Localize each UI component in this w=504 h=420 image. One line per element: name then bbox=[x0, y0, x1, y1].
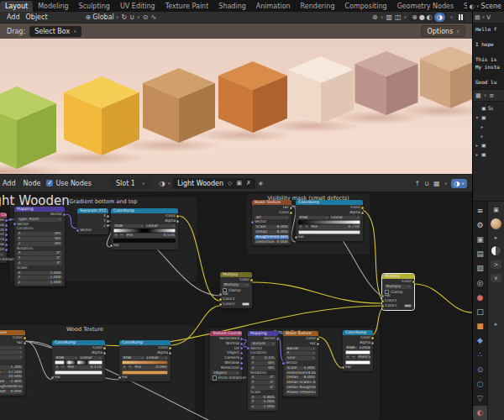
dropdown-rgb[interactable]: RGB∨ bbox=[55, 356, 78, 360]
workspace-tab-uv-editing[interactable]: UV Editing bbox=[115, 1, 160, 12]
outliner-row-4[interactable]: ▸▣ bbox=[473, 140, 504, 150]
field-distortion[interactable]: Distortion0.000 bbox=[255, 240, 289, 244]
dropdown-linear[interactable]: Linear∨ bbox=[145, 356, 168, 360]
field-scale[interactable]: Scale8.000 bbox=[255, 225, 289, 229]
dropdown-x[interactable]: X∨ bbox=[0, 350, 23, 354]
node-header-mapping-defects[interactable]: Mapping bbox=[248, 331, 278, 336]
socket-input[interactable] bbox=[13, 223, 16, 225]
socket-input[interactable] bbox=[381, 300, 384, 302]
field-pos[interactable]: Pos0.570 bbox=[125, 234, 176, 238]
use-nodes-checkbox[interactable]: ✓ Use Nodes bbox=[46, 180, 92, 187]
add-stop-button[interactable]: + bbox=[113, 234, 118, 238]
checkbox-clamp[interactable]: Clamp bbox=[385, 290, 412, 294]
properties-tab-modifiers-icon[interactable]: ◆ bbox=[473, 333, 487, 348]
node-header-colorramp-defects[interactable]: ColorRamp bbox=[343, 330, 373, 335]
field-scale[interactable]: Scale5.000 bbox=[286, 366, 316, 370]
shader-node-editor[interactable]: Light Wooden Gradient bottom and topVisi… bbox=[0, 192, 472, 420]
panel-collapse-button[interactable]: ∨ bbox=[491, 274, 501, 282]
field-z[interactable]: Z1.000 bbox=[17, 281, 62, 285]
dropdown-bands[interactable]: Bands∨ bbox=[0, 346, 23, 350]
workspace-tab-geometry-nodes[interactable]: Geometry Nodes bbox=[392, 1, 459, 12]
field-x[interactable]: X0.1m bbox=[250, 356, 276, 360]
dropdown-rgb[interactable]: RGB∨ bbox=[113, 224, 144, 228]
field-x[interactable]: X0° bbox=[250, 375, 276, 380]
node-mapping-gradient[interactable]: MappingVectorType: Point∨VectorLocation:… bbox=[14, 207, 65, 286]
field-scale[interactable]: Scale1.300 bbox=[0, 365, 23, 370]
node-separate-xyz[interactable]: Separate XYZXYZVector bbox=[77, 208, 108, 234]
contrast-sphere-icon[interactable] bbox=[491, 246, 501, 255]
socket-input[interactable] bbox=[381, 295, 384, 297]
field-x[interactable]: X0m bbox=[17, 232, 62, 236]
transform-orientation-dropdown[interactable]: ⊕ Global ∨ bbox=[86, 13, 119, 21]
dropdown-sine[interactable]: Sine∨ bbox=[0, 355, 23, 360]
field-phase-offset[interactable]: Phase Offset0.000 bbox=[286, 391, 316, 395]
socket-input[interactable] bbox=[282, 362, 285, 365]
dropdown-sine[interactable]: Sine∨ bbox=[286, 356, 316, 360]
field-pos[interactable]: Pos0.040 bbox=[134, 365, 168, 370]
text-datablock-icon[interactable]: ▤ bbox=[475, 14, 480, 21]
shading-mode-icon-0[interactable]: ⊕ bbox=[412, 13, 417, 21]
workspace-tab-layout[interactable]: Layout bbox=[0, 1, 33, 12]
overlays-icon[interactable]: ▦ bbox=[433, 180, 440, 187]
properties-tab-physics-icon[interactable]: ⊙ bbox=[473, 362, 487, 376]
add-stop-button[interactable]: + bbox=[122, 365, 127, 370]
field-pos[interactable]: Pos0.500 bbox=[357, 355, 370, 360]
color-swatch[interactable] bbox=[242, 302, 249, 306]
copy-icon[interactable]: ▣ bbox=[236, 180, 242, 186]
field-y[interactable]: Y0° bbox=[250, 381, 276, 385]
expand-arrow-icon[interactable]: ▸ bbox=[480, 134, 485, 139]
render-pass-icon[interactable]: ⊛ bbox=[372, 13, 378, 21]
dropdown-object[interactable]: Object:∨ bbox=[0, 253, 4, 257]
field-pos[interactable]: Pos0.770 bbox=[310, 225, 360, 229]
pause-button[interactable] bbox=[456, 13, 466, 22]
panel-expand-arrow-icon[interactable]: ▸ bbox=[495, 321, 498, 328]
workspace-tab-sculpting[interactable]: Sculpting bbox=[74, 1, 115, 12]
node-header-multiply-2[interactable]: Multiply bbox=[382, 274, 414, 279]
socket-input[interactable] bbox=[251, 221, 254, 223]
dropdown-3d[interactable]: 3D∨ bbox=[255, 216, 289, 220]
panel-expand-arrow-icon[interactable]: ▸ bbox=[495, 234, 498, 241]
remove-stop-button[interactable]: − bbox=[351, 355, 356, 360]
properties-tab-scene-icon[interactable]: ◎ bbox=[473, 276, 487, 290]
dropdown-texture[interactable]: Texture∨ bbox=[250, 342, 276, 346]
field-distortion[interactable]: Distortion17.500 bbox=[0, 370, 23, 375]
properties-tab-render-icon[interactable]: ▣ bbox=[473, 232, 487, 246]
material-preview-icon[interactable]: ◑ bbox=[160, 180, 165, 187]
outliner-filter-icon[interactable]: ≡ bbox=[489, 92, 494, 99]
node-multiply-2[interactable]: MultiplyColorMultiply∨ClampFacColor1Colo… bbox=[382, 274, 414, 310]
socket-input[interactable] bbox=[51, 376, 54, 379]
text-editor-body[interactable]: Hello f I hope This is My insta Good lu bbox=[473, 24, 504, 90]
expand-arrow-icon[interactable]: ▸ bbox=[480, 124, 485, 129]
dropdown-rgb[interactable]: RGB∨ bbox=[122, 356, 144, 360]
panel-expand-button[interactable]: > bbox=[491, 260, 501, 269]
node-header-colorramp-wood-2[interactable]: ColorRamp bbox=[119, 340, 171, 345]
checkbox-from-instancer[interactable]: From Instancer bbox=[0, 257, 4, 261]
node-menu[interactable]: Node bbox=[22, 180, 43, 187]
field-detail-scale[interactable]: Detail Scale1.000 bbox=[286, 381, 316, 385]
dropdown-bands[interactable]: Bands∨ bbox=[286, 347, 316, 351]
snap-magnet-icon[interactable]: ∪ bbox=[424, 180, 429, 187]
node-mapping-defects[interactable]: MappingVectorTexture∨VectorLocation:X0.1… bbox=[248, 331, 278, 411]
node-wave-texture-defects[interactable]: Wave TextureColorFacBands∨X∨Sine∨VectorS… bbox=[283, 331, 318, 396]
workspace-tab-animation[interactable]: Animation bbox=[251, 1, 296, 12]
3d-viewport[interactable] bbox=[0, 39, 472, 174]
remove-stop-button[interactable]: − bbox=[119, 234, 124, 238]
node-colorramp-wood-1[interactable]: ColorRampColorAlphaRGB∨Linear∨+−Pos0.170… bbox=[52, 340, 105, 381]
add-menu[interactable]: Add bbox=[1, 180, 18, 187]
socket-input[interactable] bbox=[247, 347, 249, 349]
scene-selector[interactable]: ◐ ∨ Scene bbox=[467, 3, 504, 12]
field-y[interactable]: Y5.000 bbox=[250, 400, 276, 404]
shading-mode-icon-1[interactable]: ● bbox=[419, 13, 425, 21]
expand-arrow-icon[interactable]: ▸ bbox=[475, 143, 480, 148]
node-colorramp-gradient[interactable]: ColorRampColorAlphaRGB∨Linear∨+−Pos0.570… bbox=[111, 208, 178, 249]
color-swatch-bar[interactable] bbox=[55, 370, 102, 375]
properties-tab-object-icon[interactable]: ■ bbox=[473, 319, 487, 333]
socket-input[interactable] bbox=[219, 303, 222, 306]
outliner-row-1[interactable]: ▾▣ bbox=[473, 113, 504, 122]
pin-icon[interactable]: ∗ bbox=[258, 180, 264, 187]
properties-tab-tool-icon[interactable]: ⚙ bbox=[473, 218, 487, 232]
material-name-field[interactable]: Light Wooden ◇ ▣ ✗ bbox=[173, 178, 255, 189]
dropdown-rgb[interactable]: RGB∨ bbox=[345, 346, 358, 350]
properties-tab-world-icon[interactable]: ● bbox=[473, 290, 487, 304]
properties-tab-particles-icon[interactable]: ∴ bbox=[473, 348, 487, 362]
